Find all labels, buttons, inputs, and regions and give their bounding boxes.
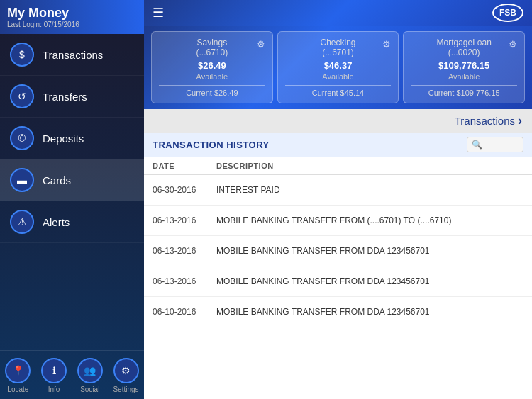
card-type-2: MortgageLoan bbox=[436, 38, 491, 47]
card-gear-icon-0[interactable]: ⚙ bbox=[257, 39, 265, 50]
table-row: 06-30-2016 INTEREST PAID bbox=[144, 175, 532, 206]
card-current-2: Current $109,776.15 bbox=[411, 89, 517, 97]
card-header-0: Savings (...6710) ⚙ bbox=[159, 38, 265, 57]
card-amount-0: $26.49 bbox=[159, 60, 265, 71]
table-row: 06-13-2016 MOBILE BANKING TRANSFER FROM … bbox=[144, 206, 532, 236]
sidebar-item-label-deposits: Deposits bbox=[43, 133, 84, 145]
transaction-history-label: TRANSACTION HISTORY bbox=[153, 140, 270, 150]
search-input[interactable] bbox=[467, 137, 523, 152]
transaction-rows: 06-30-2016 INTEREST PAID 06-13-2016 MOBI… bbox=[144, 175, 532, 327]
sidebar-header: My Money Last Login: 07/15/2016 bbox=[0, 0, 144, 34]
card-available-2: Available bbox=[411, 72, 517, 81]
card-type-0: Savings bbox=[185, 38, 238, 47]
table-col-headers: DATE DESCRIPTION bbox=[144, 157, 532, 175]
card-type-1: Checking bbox=[311, 38, 365, 47]
sidebar-item-label-transactions: Transactions bbox=[43, 49, 103, 61]
tx-desc-1: MOBILE BANKING TRANSFER FROM (....6701) … bbox=[216, 215, 523, 225]
card-number-1: (...6701) bbox=[311, 47, 365, 57]
card-available-1: Available bbox=[285, 72, 392, 81]
tx-date-1: 06-13-2016 bbox=[153, 215, 216, 225]
account-card-1: Checking (...6701) ⚙ $46.37 Available Cu… bbox=[277, 31, 399, 103]
transactions-link[interactable]: Transactions › bbox=[455, 113, 522, 128]
transactions-icon: $ bbox=[10, 43, 34, 67]
card-divider-2 bbox=[411, 85, 517, 86]
col-header-description: DESCRIPTION bbox=[216, 162, 523, 170]
alerts-icon: ⚠ bbox=[10, 210, 34, 234]
card-number-2: (...0020) bbox=[436, 47, 491, 57]
locate-icon: 📍 bbox=[5, 358, 31, 383]
card-header-2: MortgageLoan (...0020) ⚙ bbox=[411, 38, 517, 57]
hamburger-icon[interactable]: ☰ bbox=[153, 5, 164, 21]
card-header-1: Checking (...6701) ⚙ bbox=[285, 38, 392, 57]
chevron-right-icon: › bbox=[518, 113, 522, 128]
info-icon: ℹ bbox=[41, 358, 67, 383]
tx-date-4: 06-10-2016 bbox=[153, 307, 216, 317]
sidebar-item-label-transfers: Transfers bbox=[43, 91, 87, 103]
top-bar: ☰ FSB bbox=[144, 0, 532, 26]
cards-icon: ▬ bbox=[10, 168, 34, 192]
main-content: ☰ FSB Savings (...6710) ⚙ $26.49 Availab… bbox=[144, 0, 532, 399]
bottom-nav-locate[interactable]: 📍 Locate bbox=[5, 358, 31, 393]
bottom-nav-label-locate: Locate bbox=[7, 386, 28, 393]
transaction-section: TRANSACTION HISTORY DATE DESCRIPTION 06-… bbox=[144, 133, 532, 399]
account-card-2: MortgageLoan (...0020) ⚙ $109,776.15 Ava… bbox=[403, 31, 525, 103]
card-number-0: (...6710) bbox=[185, 47, 238, 57]
bottom-nav-label-info: Info bbox=[48, 386, 60, 393]
tx-date-0: 06-30-2016 bbox=[153, 185, 216, 195]
bottom-nav-label-settings: Settings bbox=[113, 386, 138, 393]
tx-date-2: 06-13-2016 bbox=[153, 246, 216, 256]
transactions-nav: Transactions › bbox=[144, 109, 532, 133]
social-icon: 👥 bbox=[77, 358, 103, 383]
card-available-0: Available bbox=[159, 72, 265, 81]
sidebar-title: My Money bbox=[7, 6, 137, 21]
sidebar-item-deposits[interactable]: © Deposits bbox=[0, 118, 144, 159]
tx-date-3: 06-13-2016 bbox=[153, 276, 216, 286]
account-card-0: Savings (...6710) ⚙ $26.49 Available Cur… bbox=[151, 31, 273, 103]
card-gear-icon-2[interactable]: ⚙ bbox=[509, 39, 517, 50]
transaction-header-row: TRANSACTION HISTORY bbox=[144, 133, 532, 157]
bottom-nav-social[interactable]: 👥 Social bbox=[77, 358, 103, 393]
tx-desc-2: MOBILE BANKING TRANSFER FROM DDA 1234567… bbox=[216, 246, 523, 256]
card-amount-1: $46.37 bbox=[285, 60, 392, 71]
sidebar-item-alerts[interactable]: ⚠ Alerts bbox=[0, 201, 144, 243]
card-gear-icon-1[interactable]: ⚙ bbox=[382, 39, 391, 50]
bottom-nav-info[interactable]: ℹ Info bbox=[41, 358, 67, 393]
sidebar: My Money Last Login: 07/15/2016 $ Transa… bbox=[0, 0, 144, 399]
sidebar-bottom: 📍 Locate ℹ Info 👥 Social ⚙ Settings bbox=[0, 350, 144, 399]
col-header-date: DATE bbox=[153, 162, 216, 170]
sidebar-item-label-cards: Cards bbox=[43, 174, 71, 186]
transactions-nav-label: Transactions bbox=[455, 115, 515, 127]
card-current-1: Current $45.14 bbox=[285, 89, 392, 97]
nav-items: $ Transactions ↺ Transfers © Deposits ▬ … bbox=[0, 34, 144, 243]
card-amount-2: $109,776.15 bbox=[411, 60, 517, 71]
tx-desc-0: INTEREST PAID bbox=[216, 185, 523, 195]
card-current-0: Current $26.49 bbox=[159, 89, 265, 97]
tx-desc-3: MOBILE BANKING TRANSFER FROM DDA 1234567… bbox=[216, 276, 523, 286]
card-divider-1 bbox=[285, 85, 392, 86]
sidebar-last-login: Last Login: 07/15/2016 bbox=[7, 21, 137, 28]
bottom-nav-settings[interactable]: ⚙ Settings bbox=[113, 358, 138, 393]
account-cards-row: Savings (...6710) ⚙ $26.49 Available Cur… bbox=[144, 26, 532, 109]
fsb-logo: FSB bbox=[492, 4, 523, 22]
table-row: 06-13-2016 MOBILE BANKING TRANSFER FROM … bbox=[144, 266, 532, 297]
table-row: 06-13-2016 MOBILE BANKING TRANSFER FROM … bbox=[144, 236, 532, 266]
transfers-icon: ↺ bbox=[10, 84, 34, 108]
table-row: 06-10-2016 MOBILE BANKING TRANSFER FROM … bbox=[144, 297, 532, 327]
sidebar-item-label-alerts: Alerts bbox=[43, 216, 70, 228]
sidebar-item-cards[interactable]: ▬ Cards bbox=[0, 159, 144, 201]
deposits-icon: © bbox=[10, 126, 34, 150]
sidebar-item-transfers[interactable]: ↺ Transfers bbox=[0, 76, 144, 118]
settings-icon: ⚙ bbox=[113, 358, 139, 383]
card-divider-0 bbox=[159, 85, 265, 86]
tx-desc-4: MOBILE BANKING TRANSFER FROM DDA 1234567… bbox=[216, 307, 523, 317]
sidebar-item-transactions[interactable]: $ Transactions bbox=[0, 34, 144, 76]
bottom-nav-label-social: Social bbox=[80, 386, 99, 393]
